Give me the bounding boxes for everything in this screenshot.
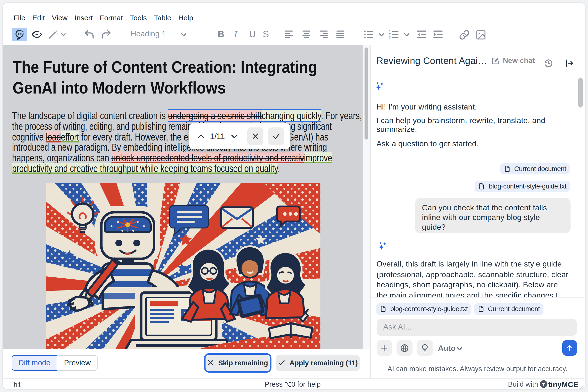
svg-text:3: 3	[389, 36, 391, 39]
